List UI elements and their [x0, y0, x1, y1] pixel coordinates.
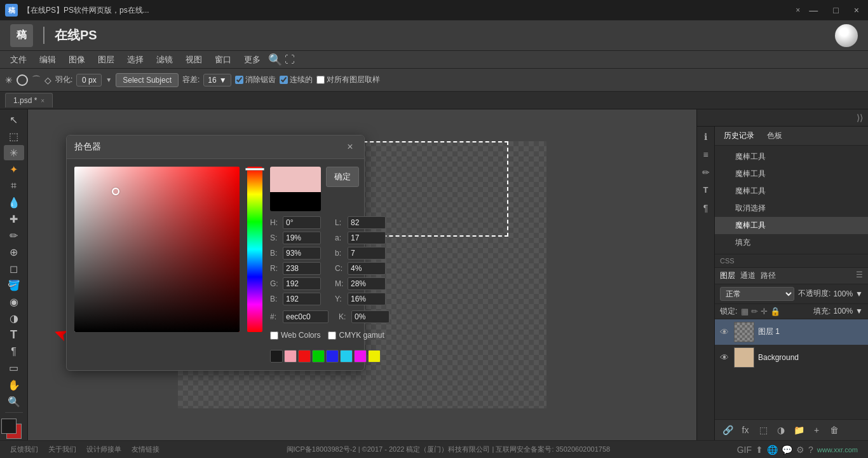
menu-filter[interactable]: 滤镜 [151, 53, 178, 67]
hex-input[interactable] [283, 310, 329, 323]
paths-tab[interactable]: 路径 [761, 270, 776, 281]
h-input[interactable] [283, 216, 321, 229]
g-input[interactable] [283, 277, 321, 290]
a-input[interactable] [348, 232, 386, 244]
sample-all-group[interactable]: 对所有图层取样 [316, 74, 380, 85]
clone-tool[interactable]: ⊕ [4, 245, 24, 260]
confirm-button[interactable]: 确定 [326, 167, 359, 187]
dodge-tool[interactable]: ◑ [4, 311, 24, 326]
add-adjustment-icon[interactable]: ◑ [773, 422, 789, 438]
panel-icon-brush[interactable]: ✏ [698, 165, 714, 180]
minimize-button[interactable]: — [805, 5, 822, 15]
crop-tool[interactable]: ⌗ [4, 178, 24, 193]
anti-alias-group[interactable]: 消除锯齿 [235, 74, 276, 85]
swatch-cyan[interactable] [340, 350, 353, 363]
opacity-dropdown[interactable]: ▼ [855, 289, 863, 298]
close-tab-x[interactable]: × [796, 6, 800, 15]
menu-image[interactable]: 图像 [64, 53, 90, 67]
fill-dropdown[interactable]: ▼ [855, 307, 863, 316]
swatch-magenta[interactable] [354, 350, 367, 363]
delete-layer-icon[interactable]: 🗑 [827, 422, 842, 438]
select-subject-button[interactable]: Select Subject [116, 73, 179, 87]
panel-icon-info[interactable]: ℹ [698, 129, 714, 144]
swatch-black[interactable] [270, 350, 283, 363]
user-avatar[interactable] [835, 24, 858, 47]
history-item-1[interactable]: 魔棒工具 [715, 148, 868, 165]
hue-bar[interactable] [247, 167, 262, 332]
select-tool[interactable]: ⬚ [4, 128, 24, 144]
web-colors-checkbox[interactable] [270, 331, 278, 340]
menu-edit[interactable]: 编辑 [34, 53, 61, 67]
web-colors-check[interactable]: Web Colors [270, 331, 320, 340]
link-layers-icon[interactable]: 🔗 [720, 422, 735, 438]
color-gradient[interactable] [74, 167, 240, 332]
history-item-4[interactable]: 取消选择 [715, 200, 868, 217]
history-item-3[interactable]: 魔棒工具 [715, 183, 868, 200]
hand-tool[interactable]: ✋ [4, 377, 24, 392]
eyedropper-tool[interactable]: 💧 [4, 195, 24, 210]
tolerance-dropdown[interactable]: 16 ▼ [203, 74, 231, 87]
history-item-5[interactable]: 魔棒工具 [715, 217, 868, 234]
swatch-yellow[interactable] [368, 350, 381, 363]
layer-item-1[interactable]: 👁 图层 1 [715, 319, 868, 345]
cmyk-gamut-check[interactable]: CMYK gamut [328, 331, 384, 340]
panel-icon-type[interactable]: T [698, 183, 714, 198]
menu-file[interactable]: 文件 [5, 53, 32, 67]
settings-bottom-icon[interactable]: ⚙ [796, 445, 804, 455]
fg-bg-colors[interactable] [1, 419, 27, 438]
b3-input[interactable] [283, 293, 321, 305]
k-input[interactable] [351, 310, 390, 323]
help-icon[interactable]: ? [808, 445, 813, 455]
freeform-icon[interactable]: ⌒ [32, 74, 41, 86]
share-icon[interactable]: ⬆ [756, 445, 763, 455]
swatch-blue[interactable] [326, 350, 339, 363]
swatch-red[interactable] [298, 350, 311, 363]
menu-window[interactable]: 窗口 [210, 53, 236, 67]
fill-tool[interactable]: 🪣 [4, 278, 24, 293]
layer-bg-visibility-icon[interactable]: 👁 [720, 352, 730, 363]
eraser-tool[interactable]: ◻ [4, 261, 24, 277]
fullscreen-icon[interactable]: ⛶ [285, 54, 295, 66]
network-icon[interactable]: 🌐 [767, 445, 778, 455]
tab-1psd[interactable]: 1.psd * × [5, 93, 53, 108]
panel-icon-layers[interactable]: ≡ [698, 147, 714, 162]
m-input[interactable] [348, 277, 386, 290]
swatch-pink[interactable] [284, 350, 297, 363]
history-tab[interactable]: 历史记录 [720, 129, 758, 142]
swatch-green[interactable] [312, 350, 325, 363]
path-tool[interactable]: ¶ [4, 344, 24, 359]
menu-more[interactable]: 更多 [239, 53, 266, 67]
add-group-icon[interactable]: 📁 [791, 422, 806, 438]
layers-tab[interactable]: 图层 [720, 270, 735, 281]
b2-input[interactable] [348, 247, 386, 260]
maximize-button[interactable]: □ [829, 5, 842, 15]
add-mask-icon[interactable]: ⬚ [756, 422, 771, 438]
designer-link[interactable]: 设计师接单 [86, 445, 121, 454]
brush-tool[interactable]: ✏ [4, 228, 24, 243]
menu-layer[interactable]: 图层 [93, 53, 119, 67]
blur-tool[interactable]: ◉ [4, 295, 24, 310]
move-tool[interactable]: ↖ [4, 112, 24, 127]
cmyk-gamut-checkbox[interactable] [328, 331, 336, 340]
menu-view[interactable]: 视图 [180, 53, 207, 67]
tab-close-icon[interactable]: × [41, 97, 44, 104]
friendly-link[interactable]: 友情链接 [132, 445, 159, 454]
sample-all-checkbox[interactable] [316, 76, 325, 84]
l-input[interactable] [348, 216, 386, 229]
type-tool[interactable]: T [4, 328, 24, 343]
search-icon[interactable]: 🔍 [268, 53, 282, 67]
dialog-close-button[interactable]: × [344, 141, 356, 153]
about-link[interactable]: 关于我们 [48, 445, 76, 454]
s-input[interactable] [283, 232, 321, 244]
lasso-tool[interactable]: ✳ [4, 145, 24, 160]
lock-position-icon[interactable]: ✛ [761, 307, 768, 316]
history-item-2[interactable]: 魔棒工具 [715, 165, 868, 183]
history-item-6[interactable]: 填充 [715, 234, 868, 251]
lock-all-icon[interactable]: 🔒 [770, 307, 780, 316]
channels-tab[interactable]: 通道 [740, 270, 756, 281]
polygon-icon[interactable]: ◇ [44, 75, 51, 85]
lasso-tool-icon[interactable]: ✳ [5, 75, 13, 85]
contiguous-checkbox[interactable] [280, 76, 288, 84]
shape-tool[interactable]: ▭ [4, 361, 24, 376]
gif-icon[interactable]: GIF [737, 445, 752, 455]
